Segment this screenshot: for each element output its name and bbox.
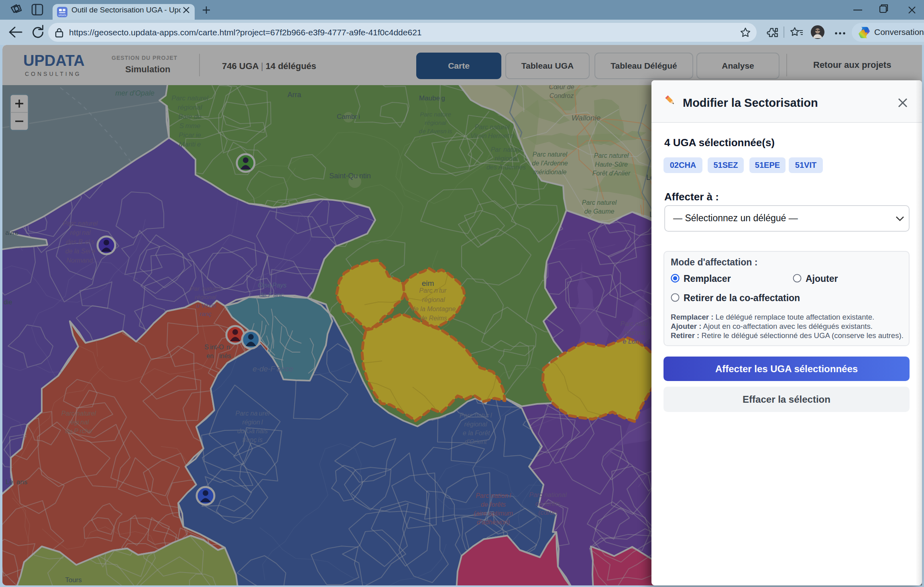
svg-text:UPDATA: UPDATA <box>58 14 66 16</box>
